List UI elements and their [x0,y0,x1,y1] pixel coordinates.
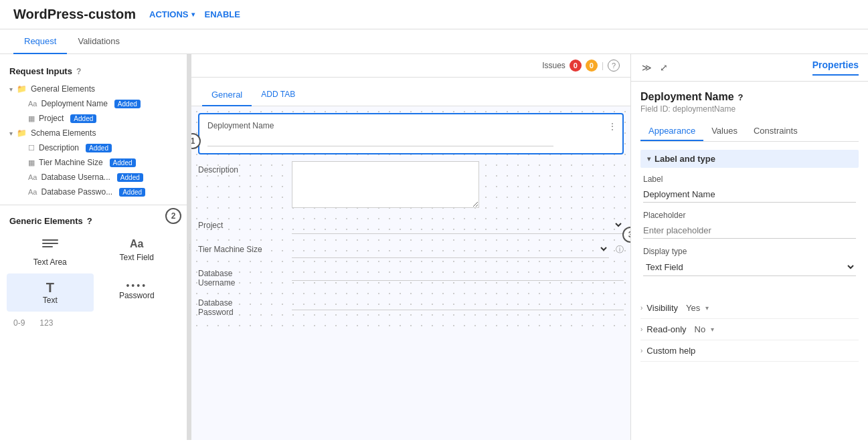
placeholder-input[interactable] [643,223,856,239]
database-password-input[interactable] [292,294,624,310]
right-panel-icons: ≫ ⤢ [640,61,669,74]
tier-info-icon[interactable]: ⓘ [616,244,624,255]
folder-icon: 📁 [17,84,27,94]
project-select-area[interactable] [292,217,624,234]
properties-content: Deployment Name ? Field ID: deploymentNa… [631,82,868,371]
database-username-input[interactable] [292,265,624,281]
center-top-bar: Issues 0 0 | ? [191,54,630,78]
generic-text[interactable]: T Text [7,273,94,312]
list-item[interactable]: Aa Database Userna... Added [19,170,187,185]
issue-yellow-badge: 0 [586,60,598,72]
read-only-section: › Read-only No ▾ [640,319,859,340]
description-textarea[interactable] [292,161,479,208]
request-inputs-help-icon[interactable]: ? [76,67,81,76]
description-label: Description [198,161,285,175]
project-added-badge: Added [70,114,96,123]
generic-123[interactable]: 123 [35,314,57,332]
generic-text-area[interactable]: Text Area [7,231,94,273]
display-type-select-wrapper[interactable]: Text Field Text Area Password [643,259,856,276]
list-item[interactable]: ☐ Description Added [19,140,187,155]
expand-left-icon[interactable]: ≫ [640,61,653,74]
display-type-row: Display type Text Field Text Area Passwo… [643,247,856,276]
circle-badge-2: 2 [165,208,181,224]
enable-button[interactable]: ENABLE [205,9,240,19]
generic-elements-help-icon[interactable]: ? [87,216,92,226]
list-item[interactable]: ▦ Project Added [19,111,187,126]
svg-rect-0 [42,239,58,241]
project-select[interactable] [292,217,624,233]
schema-elements-folder[interactable]: ▾ 📁 Schema Elements [0,126,187,140]
right-panel-header: ≫ ⤢ Properties [631,54,868,82]
deployment-name-input[interactable] [207,133,553,146]
label-field-label: Label [643,175,856,184]
expand-icon[interactable]: ⤢ [659,61,669,74]
display-type-select[interactable]: Text Field Text Area Password [643,259,856,275]
text-t-icon: T [46,280,54,296]
project-select-wrapper [292,217,624,234]
general-elements-folder[interactable]: ▾ 📁 General Elements [0,82,187,96]
custom-help-header[interactable]: › Custom help [640,346,859,356]
form-tab-add[interactable]: ADD TAB [252,84,305,106]
tab-validations[interactable]: Validations [67,29,131,54]
actions-button[interactable]: ACTIONS ▾ [149,9,195,19]
deployment-name-card[interactable]: Deployment Name ⋮ [198,113,624,154]
list-item[interactable]: Aa Database Passwo... Added [19,185,187,199]
label-and-type-header[interactable]: ▾ Label and type [640,150,859,168]
more-options-icon[interactable]: ⋮ [608,121,617,132]
database-username-field: DatabaseUsername [198,265,624,288]
description-input-wrapper [292,161,624,210]
label-and-type-content: Label Placeholder Display type Text Fi [640,168,859,291]
text2-icon: Aa [28,173,37,181]
svg-rect-2 [42,246,53,247]
text-field-icon: Aa [28,100,37,108]
svg-rect-1 [42,243,58,244]
visibility-chevron-icon: › [640,304,642,312]
issues-help-icon[interactable]: ? [608,60,620,72]
tab-request[interactable]: Request [13,29,67,54]
prop-tab-values[interactable]: Values [703,122,746,141]
visibility-value: Yes [686,303,700,313]
list-item[interactable]: Aa Deployment Name Added [19,96,187,111]
label-row: Label [643,175,856,203]
database-password-field: DatabasePassword [198,294,624,317]
tier-select-area[interactable] [292,241,609,258]
right-panel: ≫ ⤢ Properties Deployment Name ? Field I… [630,54,868,440]
project-label: Project [198,217,285,230]
grid-icon: ▦ [28,114,35,123]
tier-machine-size-wrapper: ⓘ [292,241,624,258]
read-only-header[interactable]: › Read-only No ▾ [640,324,859,334]
center-panel: Issues 0 0 | ? General ADD TAB 1 [191,54,630,440]
project-field: Project [198,217,624,234]
prop-tab-constraints[interactable]: Constraints [746,122,806,141]
added-badge: Added [117,173,143,182]
grid2-icon: ▦ [28,158,35,167]
added-badge: Added [110,158,136,167]
number-icon: 0-9 [13,318,25,328]
tier-select[interactable] [292,241,609,257]
list-item[interactable]: ▦ Tier Machine Size Added [19,155,187,170]
placeholder-row: Placeholder [643,211,856,239]
placeholder-label: Placeholder [643,211,856,220]
general-elements-items: Aa Deployment Name Added ▦ Project Added [0,96,187,126]
issue-red-badge: 0 [570,60,582,72]
label-field-input[interactable] [643,187,856,203]
issues-divider: | [602,61,604,70]
form-tab-general[interactable]: General [202,84,252,106]
database-password-input-wrapper [292,294,624,310]
generic-text-field[interactable]: Aa Text Field [94,231,181,273]
visibility-header[interactable]: › Visibility Yes ▾ [640,303,859,313]
database-username-label: DatabaseUsername [198,265,285,288]
generic-number[interactable]: 0-9 [9,314,29,332]
left-panel: 2 Request Inputs ? ▾ 📁 General Elements … [0,54,187,440]
main-layout: 2 Request Inputs ? ▾ 📁 General Elements … [0,54,868,440]
field-title-help-icon[interactable]: ? [738,92,744,102]
form-tabs: General ADD TAB [191,78,630,106]
generic-password[interactable]: •••• Password [94,273,181,312]
read-only-chevron-icon: › [640,326,642,333]
visibility-section: › Visibility Yes ▾ [640,298,859,319]
prop-tab-appearance[interactable]: Appearance [640,122,703,141]
added-badge: Added [119,188,145,197]
text-area-icon [42,238,58,255]
deployment-name-label: Deployment Name [207,121,614,130]
custom-help-section: › Custom help [640,340,859,362]
